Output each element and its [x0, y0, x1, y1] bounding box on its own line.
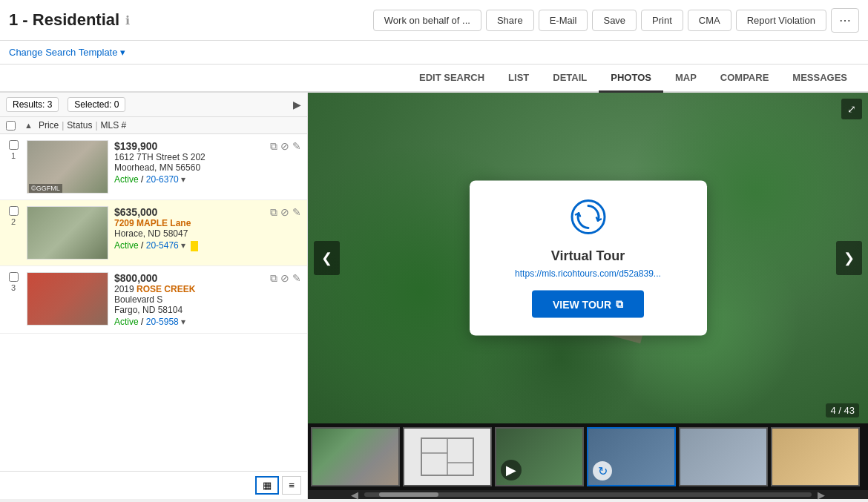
grid-view-button[interactable]: ▦: [255, 476, 279, 495]
listing-3-address2: Boulevard S: [114, 294, 264, 305]
listing-2-thumb-image: [27, 207, 108, 260]
listing-1-address: 1612 7TH Street S 202: [114, 152, 264, 162]
scrollbar-thumb[interactable]: [379, 492, 438, 497]
scroll-left-arrow[interactable]: ◀: [345, 489, 364, 501]
listing-rows: 1 ©GGFML $139,900 1612 7TH Street S 202 …: [0, 134, 307, 471]
listing-3-address-text: 2019 ROSE CREEK: [114, 284, 195, 294]
thumbnail-3[interactable]: ▶: [495, 427, 584, 486]
info-icon[interactable]: ℹ: [125, 13, 130, 27]
email-button[interactable]: E-Mail: [539, 10, 588, 31]
photo-main-area: ❮ ❯ ⤢ 4 / 43 Virtual Tour http: [308, 93, 868, 423]
row-1-check: 1: [6, 140, 21, 160]
tab-detail[interactable]: DETAIL: [541, 65, 599, 93]
col-separator-2: |: [95, 120, 97, 131]
listing-2-checkbox[interactable]: [9, 206, 19, 216]
tab-map[interactable]: MAP: [663, 65, 708, 93]
view-tour-button[interactable]: VIEW TOUR ⧉: [532, 291, 644, 318]
listing-2-mls[interactable]: 20-5476: [146, 240, 179, 251]
listing-1-thumbnail[interactable]: ©GGFML: [27, 140, 108, 194]
listing-2-ignore-icon[interactable]: ⊘: [280, 206, 289, 219]
list-item[interactable]: 1 ©GGFML $139,900 1612 7TH Street S 202 …: [0, 134, 307, 200]
listing-2-dropdown[interactable]: ▾: [181, 240, 185, 251]
list-column-headers: ▲ Price | Status | MLS #: [0, 117, 307, 134]
listing-1-mls[interactable]: 20-6370: [146, 174, 179, 185]
listing-1-status: Active / 20-6370 ▾: [114, 174, 264, 185]
listing-2-edit-icon[interactable]: ✎: [292, 206, 301, 219]
tab-list[interactable]: LIST: [496, 65, 541, 93]
listing-1-ignore-icon[interactable]: ⊘: [280, 140, 289, 153]
tabs-bar: EDIT SEARCH LIST DETAIL PHOTOS MAP COMPA…: [0, 65, 868, 93]
listing-3-ignore-icon[interactable]: ⊘: [280, 272, 289, 285]
photo-expand-button[interactable]: ⤢: [841, 99, 862, 119]
thumbnail-4[interactable]: ↻: [587, 427, 676, 486]
listing-3-number: 3: [11, 283, 16, 292]
thumbnail-1[interactable]: [311, 427, 400, 486]
listing-2-status: Active / 20-5476 ▾: [114, 240, 264, 251]
listing-3-checkbox[interactable]: [9, 272, 19, 282]
virtual-tour-url[interactable]: https://mls.ricohtours.com/d52a839...: [493, 268, 683, 279]
virtual-tour-title: Virtual Tour: [493, 248, 683, 264]
listing-2-print-icon[interactable]: ⧉: [270, 206, 277, 219]
header: 1 - Residential ℹ Work on behalf of ... …: [0, 0, 868, 41]
header-actions: Work on behalf of ... Share E-Mail Save …: [373, 8, 859, 33]
tab-compare[interactable]: COMPARE: [708, 65, 780, 93]
listing-2-thumbnail[interactable]: [27, 206, 108, 260]
cma-button[interactable]: CMA: [688, 10, 731, 31]
save-button[interactable]: Save: [592, 10, 637, 31]
listing-3-status: Active / 20-5958 ▾: [114, 317, 264, 327]
listing-1-details: $139,900 1612 7TH Street S 202 Moorhead,…: [114, 140, 264, 185]
list-item[interactable]: 3 $800,000 2019 ROSE CREEK Boulevard S F…: [0, 266, 307, 334]
print-button[interactable]: Print: [641, 10, 683, 31]
tab-edit-search[interactable]: EDIT SEARCH: [407, 65, 496, 93]
listing-3-thumbnail[interactable]: [27, 272, 108, 326]
listing-2-details: $635,000 7209 MAPLE Lane Horace, ND 5804…: [114, 206, 264, 251]
collapse-panel-arrow[interactable]: ▶: [293, 99, 301, 110]
list-view-button[interactable]: ≡: [282, 476, 301, 495]
tab-messages[interactable]: MESSAGES: [780, 65, 859, 93]
listing-1-checkbox[interactable]: [9, 140, 19, 150]
listing-3-thumb-image: [27, 273, 108, 326]
listing-3-price: $800,000: [114, 272, 264, 284]
listing-3-edit-icon[interactable]: ✎: [292, 272, 301, 285]
more-options-button[interactable]: ⋯: [831, 8, 859, 33]
select-all-checkbox[interactable]: [6, 121, 16, 131]
listing-1-dropdown[interactable]: ▾: [181, 174, 185, 185]
photo-prev-button[interactable]: ❮: [314, 241, 340, 275]
page-title: 1 - Residential: [9, 10, 119, 30]
price-column-header[interactable]: Price: [39, 120, 59, 131]
thumbnail-5-image: [680, 429, 766, 485]
scroll-right-arrow[interactable]: ▶: [812, 489, 831, 501]
thumbnail-scrollbar: ◀ ▶: [308, 490, 868, 499]
photo-next-button[interactable]: ❯: [836, 241, 862, 275]
photo-counter: 4 / 43: [826, 403, 859, 417]
tab-photos[interactable]: PHOTOS: [599, 65, 663, 93]
listing-2-number: 2: [11, 217, 16, 226]
empty-list-space: [0, 334, 307, 378]
results-info: Results: 3 Selected: 0: [6, 97, 125, 112]
listing-2-status-active: Active: [114, 240, 139, 251]
view-tour-label: VIEW TOUR: [553, 298, 611, 310]
mls-column-header[interactable]: MLS #: [101, 120, 127, 131]
thumbnail-5[interactable]: [679, 427, 768, 486]
work-on-behalf-button[interactable]: Work on behalf of ...: [373, 10, 481, 31]
share-button[interactable]: Share: [486, 10, 534, 31]
chevron-down-icon: ▾: [120, 47, 125, 58]
row-2-check: 2: [6, 206, 21, 226]
report-violation-button[interactable]: Report Violation: [736, 10, 826, 31]
listing-3-dropdown[interactable]: ▾: [181, 317, 185, 327]
scrollbar-track[interactable]: [364, 492, 812, 497]
play-icon: ▶: [501, 460, 522, 480]
vt-thumb-icon: ↻: [593, 461, 612, 480]
thumbnail-2[interactable]: [403, 427, 492, 486]
thumbnail-6[interactable]: [771, 427, 860, 486]
status-column-header[interactable]: Status: [67, 120, 92, 131]
listing-3-print-icon[interactable]: ⧉: [270, 272, 277, 285]
listing-1-price: $139,900: [114, 140, 264, 152]
listing-3-mls[interactable]: 20-5958: [146, 317, 179, 327]
grid-view-icon: ▦: [263, 480, 272, 491]
listing-1-edit-icon[interactable]: ✎: [292, 140, 301, 153]
watermark: ©GGFML: [29, 184, 62, 193]
listing-1-print-icon[interactable]: ⧉: [270, 140, 277, 153]
list-item[interactable]: 2 $635,000 7209 MAPLE Lane Horace, ND 58…: [0, 200, 307, 266]
change-search-template[interactable]: Change Search Template ▾: [9, 47, 125, 58]
